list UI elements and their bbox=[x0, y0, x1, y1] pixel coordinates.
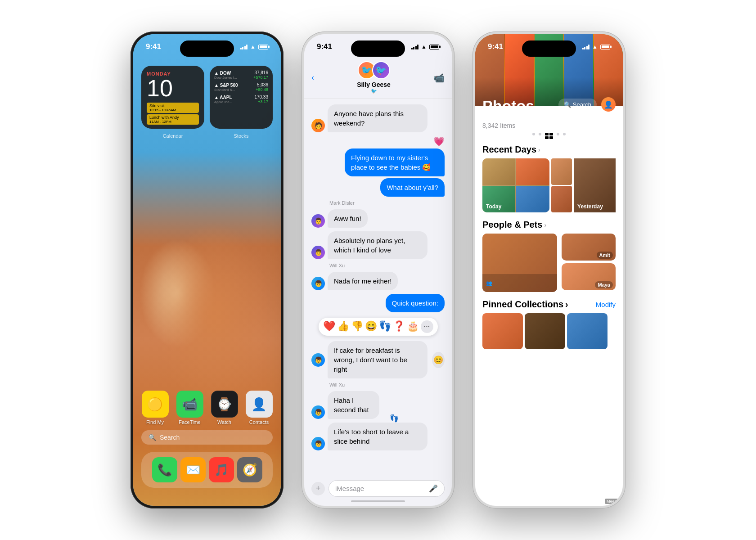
pinned-1[interactable] bbox=[482, 313, 523, 349]
widgets-row: MONDAY 10 Site visit 10:15 - 10:45AM Lun… bbox=[141, 66, 273, 129]
sender-will: Will Xu bbox=[329, 263, 445, 268]
calendar-label: Calendar bbox=[141, 133, 204, 139]
tab-dot-4[interactable] bbox=[563, 133, 566, 135]
tapback-cake[interactable]: 🎂 bbox=[407, 320, 419, 333]
tab-dot-2[interactable] bbox=[539, 133, 541, 135]
tapback-row[interactable]: ❤️ 👍 👎 😄 👣 ❓ 🎂 ··· bbox=[319, 318, 438, 336]
today-label: Today bbox=[486, 203, 501, 210]
home-indicator-2 bbox=[351, 500, 405, 502]
msg-row-2: 💗 Flying down to my sister's place to se… bbox=[311, 136, 445, 197]
photos-title: Photos bbox=[482, 97, 534, 115]
contacts-label: Contacts bbox=[249, 419, 269, 425]
photos-search-button[interactable]: 🔍 Search bbox=[558, 99, 597, 111]
msg-row-1: 🧑 Anyone have plans this weekend? bbox=[311, 104, 445, 132]
app-find-my[interactable]: 🟡 Find My bbox=[141, 391, 169, 425]
cal-event-1: Site visit 10:15 - 10:45AM bbox=[147, 103, 199, 113]
msg-bubble-5: Absolutely no plans yet, which I kind of… bbox=[328, 231, 428, 259]
msg-bubble-3: What about y'all? bbox=[380, 178, 445, 197]
find-my-label: Find My bbox=[146, 419, 164, 425]
tapback-container: ❤️ 👍 👎 😄 👣 ❓ 🎂 ··· bbox=[311, 318, 445, 336]
dock-phone[interactable]: 📞 bbox=[152, 457, 177, 482]
side-thumb-2 bbox=[551, 186, 572, 212]
modify-button[interactable]: Modify bbox=[596, 301, 616, 308]
search-icon: 🔍 bbox=[148, 434, 156, 441]
battery-icon-3 bbox=[600, 45, 610, 50]
stocks-widget[interactable]: ▲ DOW Dow Jones I... 37,816 +570.17 ▲ S&… bbox=[210, 66, 273, 129]
msg-bubble-4: Aww fun! bbox=[328, 209, 368, 228]
people-side: Amit Maya bbox=[562, 234, 616, 292]
yesterday-photo[interactable]: Yesterday bbox=[574, 158, 616, 212]
msg-avatar-4: 👦 bbox=[311, 277, 325, 290]
tab-dot-1[interactable] bbox=[532, 133, 535, 135]
mic-icon[interactable]: 🎤 bbox=[429, 484, 438, 493]
app-watch[interactable]: ⌚ Watch bbox=[211, 391, 238, 425]
tab-grid-view[interactable] bbox=[545, 133, 553, 139]
people-chevron: › bbox=[544, 221, 546, 229]
emoji-react-button[interactable]: 😊 bbox=[432, 352, 445, 368]
app-facetime[interactable]: 📹 FaceTime bbox=[176, 391, 203, 425]
video-call-button[interactable]: 📹 bbox=[433, 72, 445, 83]
imessage-input[interactable]: iMessage 🎤 bbox=[328, 480, 445, 497]
pinned-map[interactable]: Meerut bbox=[567, 313, 608, 349]
battery-icon bbox=[258, 45, 268, 50]
photos-view-tabs bbox=[475, 133, 623, 139]
photos-profile-button[interactable]: 👤 bbox=[601, 97, 616, 112]
dock-music[interactable]: 🎵 bbox=[209, 457, 234, 482]
status-bar-2: 9:41 ▲ bbox=[304, 42, 452, 51]
signal-icon-2 bbox=[411, 45, 419, 50]
pinned-2[interactable] bbox=[525, 313, 565, 349]
recent-days-chevron: › bbox=[538, 146, 540, 153]
today-side-thumbs bbox=[551, 158, 572, 212]
amit-label: Amit bbox=[597, 252, 613, 259]
facetime-icon: 📹 bbox=[176, 391, 203, 418]
contact-avatar-2: 🐦 bbox=[372, 61, 390, 79]
svg-rect-2 bbox=[545, 136, 549, 139]
group-icon: 👥 bbox=[486, 280, 492, 286]
dock: 📞 ✉️ 🎵 🧭 bbox=[141, 452, 273, 488]
contact-info[interactable]: 🐦 🐦 Silly Geese 🐦 bbox=[357, 61, 391, 94]
people-main-photo[interactable]: 👥 bbox=[482, 234, 557, 292]
msg-row-6: Quick question: bbox=[311, 294, 445, 312]
app-contacts[interactable]: 👤 Contacts bbox=[245, 391, 273, 425]
photos-header-right: 🔍 Search 👤 bbox=[558, 97, 616, 112]
msg-avatar-7: 👦 bbox=[311, 437, 325, 450]
cal-event-2: Lunch with Andy 11AM - 12PM bbox=[147, 114, 199, 125]
stocks-label: Stocks bbox=[210, 133, 273, 139]
msg-row-3: 👨 Aww fun! bbox=[311, 209, 445, 228]
watch-icon: ⌚ bbox=[211, 391, 238, 418]
status-time-2: 9:41 bbox=[317, 42, 332, 51]
find-my-icon: 🟡 bbox=[142, 391, 169, 418]
msg-row-7: 👦 If cake for breakfast is wrong, I don'… bbox=[311, 341, 445, 378]
tab-dot-3[interactable] bbox=[557, 133, 559, 135]
msg-bubble-9: Life's too short to leave a slice behind bbox=[328, 423, 428, 450]
amit-photo[interactable]: Amit bbox=[562, 234, 616, 261]
dock-compass[interactable]: 🧭 bbox=[237, 457, 262, 482]
pinned-title: Pinned Collections › bbox=[482, 299, 568, 310]
maya-label: Maya bbox=[595, 281, 613, 288]
status-icons-3: ▲ bbox=[582, 44, 610, 50]
watch-label: Watch bbox=[217, 419, 231, 425]
battery-icon-2 bbox=[429, 45, 439, 50]
facetime-label: FaceTime bbox=[179, 419, 201, 425]
status-bar-3: 9:41 ▲ bbox=[475, 42, 623, 51]
pinned-chevron: › bbox=[565, 299, 568, 310]
add-attachment-button[interactable]: + bbox=[311, 482, 325, 495]
tapback-feet[interactable]: 👣 bbox=[379, 320, 391, 333]
messages-list: 🧑 Anyone have plans this weekend? 💗 Flyi… bbox=[304, 99, 452, 481]
tapback-more[interactable]: ··· bbox=[421, 320, 433, 333]
calendar-widget[interactable]: MONDAY 10 Site visit 10:15 - 10:45AM Lun… bbox=[141, 66, 204, 129]
maya-photo[interactable]: Maya bbox=[562, 263, 616, 290]
cal-date: 10 bbox=[147, 76, 199, 100]
back-button[interactable]: ‹ bbox=[311, 73, 314, 82]
signal-icon-3 bbox=[582, 45, 590, 50]
dock-mail[interactable]: ✉️ bbox=[180, 457, 206, 482]
tapback-thumbsdown[interactable]: 👎 bbox=[351, 320, 363, 333]
search-bar[interactable]: 🔍 Search bbox=[141, 430, 273, 445]
tapback-haha[interactable]: 😄 bbox=[365, 320, 377, 333]
stock-aapl: ▲ AAPL Apple Inc... 170.33 +3.17 bbox=[214, 94, 268, 104]
tapback-heart[interactable]: ❤️ bbox=[323, 320, 335, 333]
tapback-question[interactable]: ❓ bbox=[393, 320, 405, 333]
today-collage[interactable]: Today bbox=[482, 158, 549, 212]
tapback-thumbsup[interactable]: 👍 bbox=[337, 320, 349, 333]
widget-labels: Calendar Stocks bbox=[141, 131, 273, 139]
